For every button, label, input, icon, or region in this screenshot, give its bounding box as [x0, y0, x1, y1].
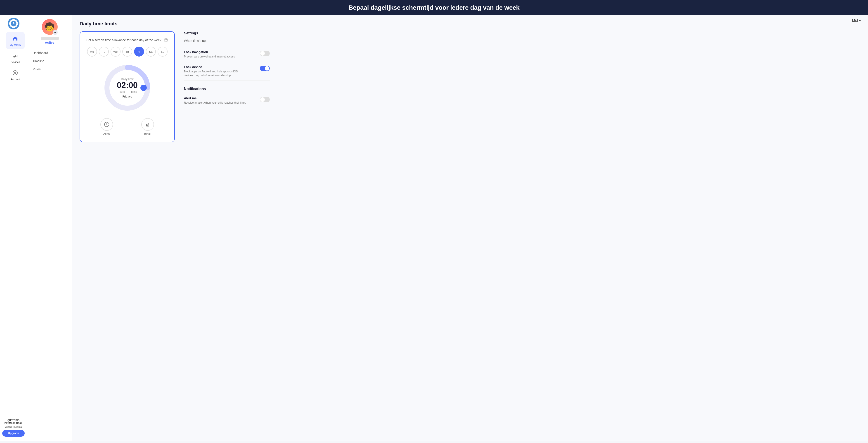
description: Set a screen time allowance for each day…	[86, 38, 168, 42]
lock-navigation-title: Lock navigation	[184, 50, 256, 54]
settings-panel: Settings When time's up: Lock navigation…	[175, 31, 270, 142]
expires-label: Expires in 2 days	[5, 425, 22, 428]
svg-point-16	[147, 125, 148, 126]
banner-text: Bepaal dagelijkse schermtijd voor iedere…	[348, 4, 520, 11]
clock-day-label: Fridays	[117, 95, 138, 98]
settings-item-content-lock-device: Lock device Block apps on Android and hi…	[184, 65, 256, 78]
settings-title: Settings	[184, 31, 270, 35]
upgrade-button[interactable]: Upgrade	[2, 430, 25, 437]
devices-icon	[11, 52, 19, 60]
main-content: Mid ▾ Daily time limits Set a screen tim…	[72, 16, 868, 441]
settings-item-alert-me: Alert me Receive an alert when your chil…	[184, 93, 270, 108]
block-icon	[141, 118, 154, 131]
top-right-menu[interactable]: Mid ▾	[852, 19, 861, 23]
alert-me-title: Alert me	[184, 96, 256, 100]
block-button[interactable]: Block	[141, 118, 154, 136]
daily-limit-label: Daily limit	[117, 78, 138, 81]
clock-time: 02:00	[117, 81, 138, 89]
alert-me-desc: Receive an alert when your child reaches…	[184, 101, 247, 105]
account-icon	[11, 69, 19, 77]
premium-label: QUSTODIO PREMIUM TRIAL	[2, 419, 25, 425]
action-buttons: Allow Block	[86, 118, 168, 136]
day-sa[interactable]: Sa	[146, 47, 156, 57]
day-fr[interactable]: Fr	[134, 47, 144, 57]
when-times-up-label: When time's up:	[184, 39, 270, 42]
child-avatar-badge: ✏	[53, 30, 58, 35]
lock-device-toggle[interactable]	[260, 66, 270, 71]
day-su[interactable]: Su	[158, 47, 167, 57]
hours-label: Hours	[118, 90, 125, 93]
sidebar-item-account[interactable]: Account	[6, 66, 25, 83]
help-icon[interactable]: ?	[164, 38, 168, 42]
notifications-title: Notifications	[184, 87, 270, 91]
clock-center: Daily limit 02:00 Hours Mins Fridays	[117, 78, 138, 98]
child-menu-dashboard[interactable]: Dashboard	[32, 49, 68, 57]
child-status-badge: Active	[32, 41, 68, 45]
child-menu-rules[interactable]: Rules	[32, 65, 68, 73]
child-name	[41, 37, 59, 40]
allow-label: Allow	[103, 132, 110, 136]
top-right-label: Mid	[852, 19, 858, 23]
svg-point-6	[14, 72, 16, 73]
sidebar-item-label-my-family: My family	[9, 43, 21, 47]
sidebar: My family Devices	[0, 16, 27, 441]
svg-point-13	[141, 85, 147, 91]
top-banner: Bepaal dagelijkse schermtijd voor iedere…	[0, 0, 868, 16]
settings-item-lock-navigation: Lock navigation Prevent web browsing and…	[184, 47, 270, 62]
sidebar-bottom: QUSTODIO PREMIUM TRIAL Expires in 2 days…	[0, 416, 27, 439]
sidebar-nav: My family Devices	[4, 32, 23, 84]
lock-navigation-desc: Prevent web browsing and internet access…	[184, 55, 247, 59]
svg-point-0	[10, 20, 17, 27]
alert-me-toggle[interactable]	[260, 97, 270, 102]
block-label: Block	[144, 132, 151, 136]
clock-container: Daily limit 02:00 Hours Mins Fridays	[86, 63, 168, 113]
child-panel: 🧒 ✏ Active Dashboard Timeline Rules	[27, 16, 72, 441]
page-title: Daily time limits	[80, 21, 861, 27]
lock-device-title: Lock device	[184, 65, 256, 69]
lock-navigation-toggle[interactable]	[260, 51, 270, 56]
clock-units: Hours Mins	[117, 90, 138, 93]
settings-item-content-alert: Alert me Receive an alert when your chil…	[184, 96, 256, 105]
chevron-down-icon: ▾	[859, 19, 861, 22]
home-icon	[11, 34, 19, 42]
mins-label: Mins	[131, 90, 137, 93]
child-avatar: 🧒 ✏	[42, 19, 58, 35]
child-menu-timeline[interactable]: Timeline	[32, 57, 68, 65]
allow-button[interactable]: Allow	[100, 118, 113, 136]
day-buttons: Mo Tu We Th Fr Sa Su	[86, 47, 168, 57]
day-we[interactable]: We	[111, 47, 121, 57]
settings-item-content-lock-nav: Lock navigation Prevent web browsing and…	[184, 50, 256, 59]
lock-device-desc: Block apps on Android and hide apps on i…	[184, 70, 247, 78]
sidebar-item-label-account: Account	[10, 78, 20, 81]
day-mo[interactable]: Mo	[87, 47, 97, 57]
child-avatar-icon: 🧒	[44, 22, 55, 32]
day-th[interactable]: Th	[122, 47, 132, 57]
time-limit-card: Set a screen time allowance for each day…	[80, 31, 175, 142]
sidebar-item-my-family[interactable]: My family	[6, 32, 25, 49]
allow-icon	[100, 118, 113, 131]
description-text: Set a screen time allowance for each day…	[86, 38, 162, 42]
sidebar-item-devices[interactable]: Devices	[6, 49, 25, 66]
sidebar-item-label-devices: Devices	[10, 61, 20, 64]
app-logo	[8, 18, 20, 29]
day-tu[interactable]: Tu	[99, 47, 109, 57]
settings-item-lock-device: Lock device Block apps on Android and hi…	[184, 62, 270, 81]
